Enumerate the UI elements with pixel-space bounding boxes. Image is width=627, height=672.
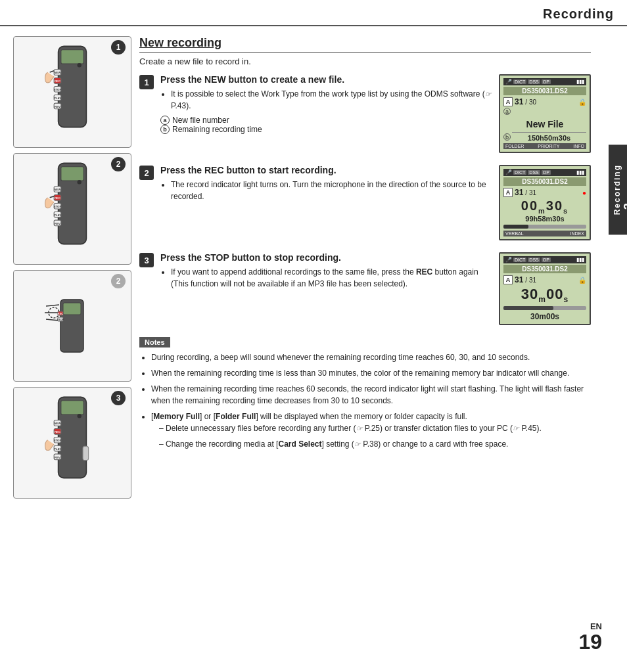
lcd-3-battery: ▮▮▮: [576, 257, 584, 263]
lcd-3-topbar: 🎤 DICT DSS OP ▮▮▮: [503, 256, 586, 263]
section-title: New recording: [139, 36, 591, 53]
main-content: 1 NEW REC STOP PLAY REV: [0, 26, 627, 505]
device-svg-2: NEW REC STOP PLAY REV: [39, 160, 105, 258]
lcd-2-btn-index: INDEX: [570, 231, 584, 236]
step-1-title: Press the NEW button to create a new fil…: [160, 74, 492, 85]
lcd-screen-2: 🎤 DICT DSS OP ▮▮▮ DS350031.DS2 A 31 / 31…: [499, 165, 591, 240]
page-number: 19: [578, 631, 602, 652]
step-2-number: 2: [139, 166, 154, 180]
lcd-1-dss: DSS: [528, 79, 540, 84]
step-2-text: Press the REC button to start recording.…: [160, 165, 492, 202]
step-2-content: Press the REC button to start recording.…: [160, 165, 591, 240]
lcd-2-dict: DICT: [513, 170, 526, 175]
step-badge-3: 2: [111, 274, 126, 288]
lcd-2-icons: 🎤: [505, 169, 512, 175]
lcd-1-battery: ▮▮▮: [576, 79, 584, 85]
svg-point-25: [78, 180, 81, 184]
step-badge-1: 1: [111, 40, 126, 55]
lcd-1-counter-row: A 31 / 30 🔒: [503, 97, 586, 106]
label-b-text: Remaining recording time: [172, 125, 262, 134]
step-2: 2 Press the REC button to start recordin…: [139, 165, 591, 240]
step-1-labels: a New file number b Remaining recording …: [160, 116, 492, 134]
lcd-1-label-b-row: b 150h50m30s: [503, 132, 586, 142]
lcd-3-icons: 🎤: [505, 257, 512, 263]
svg-text:NEW: NEW: [55, 71, 62, 74]
svg-point-48: [78, 414, 81, 418]
label-b: b Remaining recording time: [160, 125, 492, 134]
device-svg-4: NEW REC STOP PLAY REV: [39, 393, 105, 492]
svg-text:STOP: STOP: [54, 205, 62, 208]
svg-rect-1: [61, 50, 83, 64]
lcd-1-op: OP: [542, 79, 551, 84]
notes-header: Notes: [139, 337, 170, 347]
svg-text:NEW: NEW: [55, 422, 62, 425]
note-4-sub-2: Change the recording media at [Card Sele…: [159, 438, 591, 451]
lcd-1-btn-info: INFO: [573, 144, 584, 148]
step-3-bullets: If you want to append additional recordi…: [160, 266, 492, 290]
svg-point-12: [78, 63, 81, 67]
side-tab-number: 2: [622, 164, 627, 210]
right-content: New recording Create a new file to recor…: [139, 36, 614, 499]
lcd-1-rec-icon: 🔒: [578, 99, 586, 106]
step-2-title: Press the REC button to start recording.: [160, 165, 492, 175]
svg-text:REC: REC: [55, 430, 60, 434]
lcd-screen-1: 🎤 DICT DSS OP ▮▮▮ DS350031.DS2 A 31 / 30…: [499, 74, 591, 153]
lcd-2-op: OP: [542, 170, 551, 175]
device-image-2: 2 NEW REC STOP PLAY REV: [13, 153, 131, 265]
step-badge-4: 3: [111, 391, 126, 405]
step-1-bullet-1: It is possible to select the Work Type f…: [171, 88, 492, 112]
svg-text:STOP: STOP: [54, 439, 62, 442]
step-3-content: Press the STOP button to stop recording.…: [160, 252, 591, 325]
side-tab: Recording 2: [609, 145, 627, 235]
lcd-1-count: 31: [515, 97, 523, 106]
lcd-2-total: / 31: [525, 189, 536, 196]
step-2-bullets: The record indicator light turns on. Tur…: [160, 179, 492, 202]
lcd-3-counter-row: A 31 / 31 🔒: [503, 275, 586, 284]
lcd-3-total: / 31: [525, 277, 536, 284]
lcd-3-dict: DICT: [513, 258, 526, 262]
page-footer: EN 19: [578, 621, 602, 652]
svg-text:REC: REC: [58, 312, 64, 315]
step-3-title: Press the STOP button to stop recording.: [160, 252, 492, 263]
step-1-text: Press the NEW button to create a new fil…: [160, 74, 492, 134]
lcd-1-label-a: a: [503, 108, 511, 115]
note-3: When the remaining recording time reache…: [151, 383, 591, 407]
svg-text:NEW: NEW: [55, 188, 62, 191]
note-4: [Memory Full] or [Folder Full] will be d…: [151, 411, 591, 451]
lcd-1-label-b: b: [503, 133, 511, 141]
label-a-text: New file number: [172, 116, 229, 125]
lcd-2-topbar: 🎤 DICT DSS OP ▮▮▮: [503, 169, 586, 176]
step-1: 1 Press the NEW button to create a new f…: [139, 74, 591, 153]
lcd-1-label-a-row: a: [503, 108, 586, 115]
note-2: When the remaining recording time is les…: [151, 367, 591, 380]
svg-text:STOP: STOP: [54, 88, 62, 91]
lcd-1-dict: DICT: [513, 79, 526, 84]
step-1-content: Press the NEW button to create a new fil…: [160, 74, 591, 153]
lcd-3-sub: 30m00s: [503, 312, 586, 321]
lcd-1-btn-folder: FOLDER: [505, 144, 524, 148]
lcd-2-battery: ▮▮▮: [576, 169, 584, 175]
note-1: During recording, a beep will sound when…: [151, 351, 591, 364]
svg-text:PLAY: PLAY: [54, 447, 61, 451]
lcd-2-filename: DS350031.DS2: [503, 177, 586, 186]
lcd-3-op: OP: [542, 258, 551, 262]
svg-text:REV: REV: [55, 105, 60, 108]
device-image-3: 2 REC STOP: [13, 270, 131, 382]
side-tab-label: Recording: [613, 164, 622, 215]
device-svg-3: REC STOP: [39, 277, 105, 375]
svg-text:REC: REC: [55, 196, 60, 200]
lcd-1-sub: 150h50m30s: [512, 132, 586, 142]
svg-rect-49: [83, 446, 89, 460]
lcd-3-progress-fill: [503, 306, 553, 310]
lcd-2-folder: A: [503, 188, 513, 197]
lcd-3-count: 31: [515, 275, 523, 284]
lcd-1-main: New File: [503, 116, 586, 132]
lcd-1-bottom: FOLDER PRIORITY INFO: [503, 143, 586, 149]
step-3-number: 3: [139, 253, 154, 267]
lcd-1-topbar: 🎤 DICT DSS OP ▮▮▮: [503, 78, 586, 85]
step-1-number: 1: [139, 75, 154, 89]
step-1-bullets: It is possible to select the Work Type f…: [160, 88, 492, 112]
lcd-3-folder: A: [503, 275, 513, 284]
svg-text:STOP: STOP: [57, 318, 64, 321]
lcd-2-btn-verbal: VERBAL: [505, 231, 524, 236]
